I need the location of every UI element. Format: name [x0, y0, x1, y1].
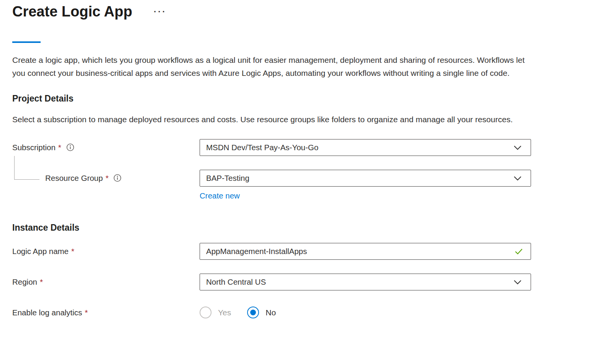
logic-app-name-label: Logic App name — [12, 247, 69, 256]
create-new-link[interactable]: Create new — [200, 191, 240, 200]
page-title: Create Logic App — [12, 4, 132, 20]
region-dropdown[interactable]: North Central US — [200, 274, 531, 290]
enable-log-analytics-label: Enable log analytics — [12, 308, 82, 317]
subscription-dropdown[interactable]: MSDN Dev/Test Pay-As-You-Go — [200, 139, 531, 156]
region-input-col: North Central US — [200, 274, 531, 290]
project-details-description: Select a subscription to manage deployed… — [12, 113, 531, 126]
logic-app-name-field[interactable] — [200, 243, 531, 260]
radio-selected-icon — [247, 307, 259, 318]
instance-details-heading: Instance Details — [12, 223, 531, 233]
chevron-down-icon — [512, 142, 523, 153]
radio-option-no[interactable]: No — [247, 307, 276, 318]
subscription-row: Subscription * MSDN Dev/Test Pay-As-You-… — [12, 139, 531, 156]
valid-check-icon — [514, 246, 524, 256]
project-details-heading: Project Details — [12, 93, 531, 104]
instance-details-form: Logic App name * Region * North Central — [12, 243, 531, 321]
resource-group-row: Resource Group * BAP-Testing Create new — [12, 170, 531, 200]
radio-unselected-icon — [200, 307, 211, 318]
required-asterisk: * — [85, 308, 88, 317]
radio-label-no: No — [266, 308, 276, 317]
active-tab-indicator — [12, 41, 41, 43]
enable-log-analytics-label-group: Enable log analytics * — [12, 304, 200, 321]
resource-group-value: BAP-Testing — [206, 174, 249, 183]
required-asterisk: * — [58, 143, 61, 152]
hierarchy-connector — [14, 156, 39, 180]
subscription-label: Subscription — [12, 143, 56, 152]
resource-group-label-group: Resource Group * — [12, 170, 200, 187]
info-icon[interactable] — [66, 143, 74, 151]
region-label-group: Region * — [12, 274, 200, 290]
chevron-down-icon — [512, 277, 523, 287]
subscription-input-col: MSDN Dev/Test Pay-As-You-Go — [200, 139, 531, 156]
enable-log-analytics-input-col: Yes No — [200, 304, 531, 321]
resource-group-dropdown[interactable]: BAP-Testing — [200, 170, 531, 187]
intro-text: Create a logic app, which lets you group… — [12, 54, 531, 80]
logic-app-name-input-col — [200, 243, 531, 260]
logic-app-name-input[interactable] — [206, 247, 514, 256]
more-options-icon[interactable]: ··· — [154, 7, 167, 17]
create-logic-app-page: Create Logic App ··· Create a logic app,… — [12, 4, 531, 321]
enable-log-analytics-row: Enable log analytics * Yes No — [12, 304, 531, 321]
radio-label-yes: Yes — [218, 308, 231, 317]
logic-app-name-label-group: Logic App name * — [12, 243, 200, 260]
resource-group-input-col: BAP-Testing Create new — [200, 170, 531, 200]
region-row: Region * North Central US — [12, 274, 531, 290]
region-label: Region — [12, 277, 37, 287]
project-details-form: Subscription * MSDN Dev/Test Pay-As-You-… — [12, 139, 531, 200]
subscription-value: MSDN Dev/Test Pay-As-You-Go — [206, 143, 318, 152]
required-asterisk: * — [40, 277, 43, 287]
subscription-label-group: Subscription * — [12, 139, 200, 156]
required-asterisk: * — [71, 247, 74, 256]
logic-app-name-row: Logic App name * — [12, 243, 531, 260]
radio-option-yes[interactable]: Yes — [200, 307, 231, 318]
resource-group-label: Resource Group — [45, 174, 103, 183]
page-header: Create Logic App ··· — [12, 4, 531, 20]
chevron-down-icon — [512, 173, 523, 184]
required-asterisk: * — [105, 174, 108, 183]
log-analytics-radio-group: Yes No — [200, 304, 531, 321]
region-value: North Central US — [206, 277, 266, 287]
info-icon[interactable] — [113, 174, 121, 182]
